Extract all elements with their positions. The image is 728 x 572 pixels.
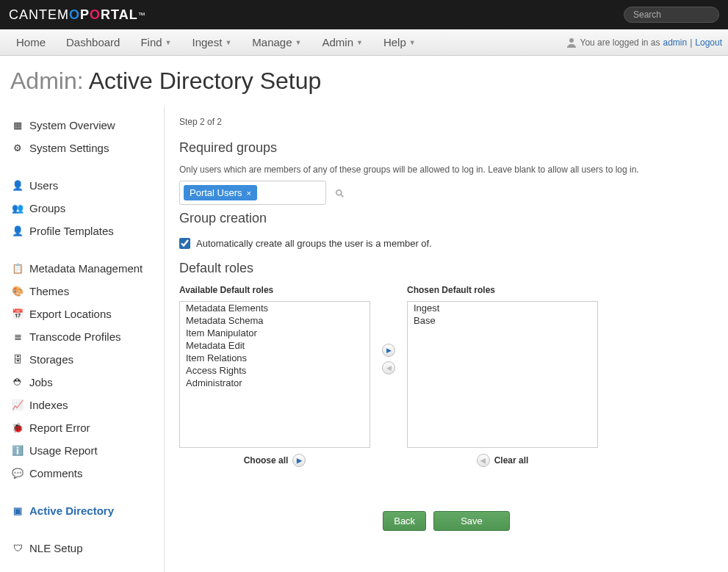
sidebar-item-label: Metadata Management <box>29 262 143 275</box>
group-tag: Portal Users × <box>184 185 257 200</box>
profile-icon: 👤 <box>12 225 24 237</box>
nav-right: You are logged in as admin | Logout <box>566 37 723 48</box>
sidebar-item-nle-setup[interactable]: 🛡NLE Setup <box>0 537 164 560</box>
clear-all-link[interactable]: Clear all <box>494 455 529 466</box>
available-roles-listbox[interactable]: Metadata ElementsMetadata SchemaItem Man… <box>179 301 370 448</box>
sidebar-item-indexes[interactable]: 📈Indexes <box>0 394 164 416</box>
sidebar-item-label: Comments <box>29 467 83 479</box>
nav-item-ingest[interactable]: Ingest▼ <box>182 30 242 54</box>
comment-icon: 💬 <box>12 468 24 479</box>
user-icon: 👤 <box>12 180 24 192</box>
move-right-button[interactable]: ▶ <box>382 344 395 357</box>
sidebar-item-label: System Overview <box>29 119 115 131</box>
grid-icon: ▦ <box>12 120 24 131</box>
sidebar-item-label: Users <box>29 179 58 192</box>
title-page: Active Directory Setup <box>89 68 322 94</box>
username-link[interactable]: admin <box>663 37 687 48</box>
search-input[interactable] <box>624 7 719 23</box>
list-item[interactable]: Metadata Edit <box>180 339 370 352</box>
nav-item-dashboard[interactable]: Dashboard <box>56 30 130 54</box>
navbar: HomeDashboardFind▼Ingest▼Manage▼Admin▼He… <box>0 29 728 56</box>
choose-all-link[interactable]: Choose all <box>244 455 289 466</box>
list-item[interactable]: Metadata Schema <box>180 314 370 327</box>
sidebar-item-report-error[interactable]: 🐞Report Error <box>0 416 164 439</box>
chosen-roles-listbox[interactable]: IngestBase <box>407 301 598 448</box>
svg-point-0 <box>569 38 574 43</box>
main-content: Step 2 of 2 Required groups Only users w… <box>165 106 728 572</box>
info-icon: ℹ️ <box>12 445 24 457</box>
sidebar-item-jobs[interactable]: ⛑Jobs <box>0 371 164 394</box>
chevron-down-icon: ▼ <box>165 39 172 46</box>
sidebar-item-active-directory[interactable]: ▣Active Directory <box>0 499 164 522</box>
topbar: CANTEMOPORTAL™ <box>0 0 728 29</box>
group-tag-label: Portal Users <box>190 187 242 198</box>
window-icon: ▣ <box>12 505 24 517</box>
chevron-down-icon: ▼ <box>409 39 416 46</box>
sidebar-item-label: Groups <box>29 202 65 214</box>
title-sep: : <box>77 68 89 94</box>
sidebar-item-themes[interactable]: 🎨Themes <box>0 280 164 303</box>
nav-item-find[interactable]: Find▼ <box>130 30 181 54</box>
list-item[interactable]: Metadata Elements <box>180 302 370 314</box>
palette-icon: 🎨 <box>12 286 24 297</box>
nav-left: HomeDashboardFind▼Ingest▼Manage▼Admin▼He… <box>6 30 426 54</box>
sidebar-item-comments[interactable]: 💬Comments <box>0 462 164 485</box>
nav-item-home[interactable]: Home <box>6 30 56 54</box>
sidebar-item-system-settings[interactable]: ⚙System Settings <box>0 137 164 159</box>
sidebar-item-usage-report[interactable]: ℹ️Usage Report <box>0 439 164 462</box>
sidebar-item-label: Profile Templates <box>29 225 114 237</box>
sidebar-item-export-locations[interactable]: 📅Export Locations <box>0 303 164 325</box>
auto-create-checkbox[interactable] <box>179 238 190 249</box>
move-left-button[interactable]: ◀ <box>382 361 395 374</box>
sidebar-item-system-overview[interactable]: ▦System Overview <box>0 114 164 137</box>
sidebar-item-transcode-profiles[interactable]: ≣Transcode Profiles <box>0 325 164 348</box>
required-groups-help: Only users which are members of any of t… <box>179 164 713 175</box>
sidebar-item-label: System Settings <box>29 142 109 154</box>
sidebar-item-storages[interactable]: 🗄Storages <box>0 348 164 371</box>
list-item[interactable]: Item Manipulator <box>180 327 370 339</box>
db-icon: 🗄 <box>12 354 24 366</box>
hat-icon: ⛑ <box>12 377 24 388</box>
chevron-down-icon: ▼ <box>356 39 363 46</box>
list-item[interactable]: Access Rights <box>180 364 370 377</box>
back-button[interactable]: Back <box>383 511 426 531</box>
sidebar-item-label: Export Locations <box>29 308 112 320</box>
chosen-label: Chosen Default roles <box>407 285 598 295</box>
sidebar-item-label: Report Error <box>29 421 90 434</box>
shield-icon: 🛡 <box>12 543 24 554</box>
svg-point-1 <box>336 189 341 195</box>
stack-icon: ≣ <box>12 331 24 343</box>
sidebar-item-groups[interactable]: 👥Groups <box>0 197 164 220</box>
list-item[interactable]: Base <box>408 314 597 327</box>
list-item[interactable]: Ingest <box>408 302 597 314</box>
clear-all-icon[interactable]: ◀ <box>477 454 490 467</box>
user-icon <box>566 37 577 48</box>
tag-remove-icon[interactable]: × <box>247 189 251 198</box>
list-icon: 📋 <box>12 263 24 275</box>
logout-link[interactable]: Logout <box>695 37 722 48</box>
sidebar-item-label: Storages <box>29 353 73 366</box>
list-item[interactable]: Administrator <box>180 377 370 389</box>
nav-item-admin[interactable]: Admin▼ <box>311 30 372 54</box>
nav-item-help[interactable]: Help▼ <box>373 30 426 54</box>
save-button[interactable]: Save <box>433 511 510 531</box>
sidebar-item-metadata-management[interactable]: 📋Metadata Management <box>0 257 164 280</box>
sidebar: ▦System Overview⚙System Settings👤Users👥G… <box>0 106 165 572</box>
sidebar-item-label: Jobs <box>29 376 53 388</box>
required-groups-heading: Required groups <box>179 140 713 156</box>
chevron-down-icon: ▼ <box>225 39 231 46</box>
search-icon[interactable] <box>335 189 345 199</box>
auto-create-label[interactable]: Automatically create all groups the user… <box>196 238 432 249</box>
sidebar-item-profile-templates[interactable]: 👤Profile Templates <box>0 220 164 242</box>
choose-all-icon[interactable]: ▶ <box>292 454 306 467</box>
dual-list: Available Default roles Metadata Element… <box>179 285 713 467</box>
svg-line-2 <box>341 194 344 197</box>
title-admin: Admin <box>10 68 77 94</box>
sidebar-item-label: Usage Report <box>29 444 98 457</box>
page-title: Admin: Active Directory Setup <box>0 56 728 106</box>
logo[interactable]: CANTEMOPORTAL™ <box>9 7 146 23</box>
sidebar-item-users[interactable]: 👤Users <box>0 174 164 197</box>
required-groups-input[interactable]: Portal Users × <box>179 181 326 205</box>
nav-item-manage[interactable]: Manage▼ <box>242 30 311 54</box>
list-item[interactable]: Item Relations <box>180 352 370 364</box>
